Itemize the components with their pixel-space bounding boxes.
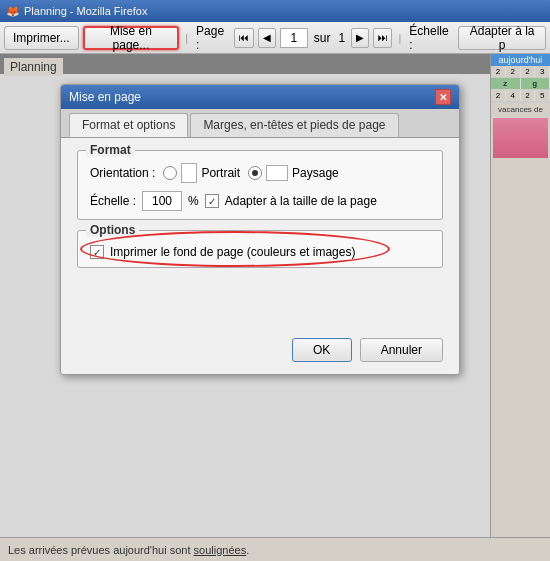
toolbar: Imprimer... Mise en page... | Page : ⏮ ◀… xyxy=(0,22,550,54)
page-sur-text: sur xyxy=(314,31,331,45)
options-group: Options ✓ Imprimer le fond de page (coul… xyxy=(77,230,443,268)
portrait-label: Portrait xyxy=(201,166,240,180)
scale-option-button[interactable]: Adapter à la p xyxy=(458,26,546,50)
dialog-title: Mise en page xyxy=(69,90,141,104)
options-content: ✓ Imprimer le fond de page (couleurs et … xyxy=(90,239,430,259)
titlebar: 🦊 Planning - Mozilla Firefox xyxy=(0,0,550,22)
statusbar-text: Les arrivées prévues aujourd'hui sont so… xyxy=(8,544,249,556)
options-legend: Options xyxy=(86,223,139,237)
dialog-spacer xyxy=(77,268,443,318)
adapt-checkbox[interactable]: ✓ xyxy=(205,194,219,208)
last-page-button[interactable]: ⏭ xyxy=(373,28,392,48)
orientation-row: Orientation : Portrait Paysage xyxy=(90,163,430,183)
paysage-option[interactable]: Paysage xyxy=(248,165,339,181)
prev-page-button[interactable]: ◀ xyxy=(258,28,276,48)
dialog-body: Format Orientation : Portrait Paysage xyxy=(61,138,459,330)
statusbar: Les arrivées prévues aujourd'hui sont so… xyxy=(0,537,550,561)
cancel-button[interactable]: Annuler xyxy=(360,338,443,362)
dialog-titlebar: Mise en page ✕ xyxy=(61,85,459,109)
portrait-option[interactable]: Portrait xyxy=(163,163,240,183)
scale-label: Échelle : xyxy=(90,194,136,208)
toolbar-separator-1: | xyxy=(185,32,188,44)
next-page-button[interactable]: ▶ xyxy=(351,28,369,48)
firefox-icon: 🦊 xyxy=(6,5,20,18)
page-setup-button[interactable]: Mise en page... xyxy=(83,26,180,50)
print-button[interactable]: Imprimer... xyxy=(4,26,79,50)
portrait-icon xyxy=(181,163,197,183)
dialog-buttons: OK Annuler xyxy=(61,330,459,374)
portrait-radio[interactable] xyxy=(163,166,177,180)
paysage-radio[interactable] xyxy=(248,166,262,180)
orientation-label: Orientation : xyxy=(90,166,155,180)
print-bg-checkbox[interactable]: ✓ xyxy=(90,245,104,259)
paysage-label: Paysage xyxy=(292,166,339,180)
scale-input[interactable] xyxy=(142,191,182,211)
print-bg-label: Imprimer le fond de page (couleurs et im… xyxy=(110,245,355,259)
page-number-input[interactable] xyxy=(280,28,308,48)
scale-unit: % xyxy=(188,194,199,208)
scale-row: Échelle : % ✓ Adapter à la taille de la … xyxy=(90,191,430,211)
page-total-text: 1 xyxy=(338,31,345,45)
dialog-close-button[interactable]: ✕ xyxy=(435,89,451,105)
adapt-label: Adapter à la taille de la page xyxy=(225,194,377,208)
ok-button[interactable]: OK xyxy=(292,338,352,362)
tab-format[interactable]: Format et options xyxy=(69,113,188,137)
tab-format-label: Format et options xyxy=(82,118,175,132)
first-page-button[interactable]: ⏮ xyxy=(234,28,253,48)
scale-label-text: Échelle : xyxy=(409,24,452,52)
page-label-text: Page : xyxy=(196,24,228,52)
adapt-checkbox-row: ✓ Adapter à la taille de la page xyxy=(205,194,377,208)
print-bg-row: ✓ Imprimer le fond de page (couleurs et … xyxy=(90,245,430,259)
dialog-overlay: Mise en page ✕ Format et options Marges,… xyxy=(0,54,550,537)
statusbar-underline: soulignées xyxy=(194,544,247,556)
tab-margins[interactable]: Marges, en-têtes et pieds de page xyxy=(190,113,398,137)
toolbar-separator-2: | xyxy=(398,32,401,44)
format-legend: Format xyxy=(86,143,135,157)
landscape-icon xyxy=(266,165,288,181)
main-area: Planning aujourd'hui 2 2 2 3 z g 2 4 2 5… xyxy=(0,54,550,537)
tab-bar: Format et options Marges, en-têtes et pi… xyxy=(61,109,459,138)
window-title: Planning - Mozilla Firefox xyxy=(24,5,544,17)
format-group: Format Orientation : Portrait Paysage xyxy=(77,150,443,220)
page-setup-dialog: Mise en page ✕ Format et options Marges,… xyxy=(60,84,460,375)
tab-margins-label: Marges, en-têtes et pieds de page xyxy=(203,118,385,132)
